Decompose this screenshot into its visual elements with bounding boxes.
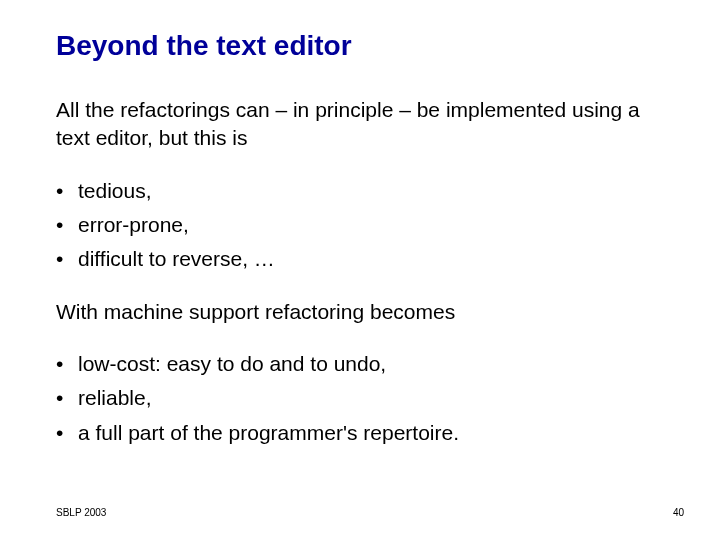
slide-number: 40 — [673, 507, 684, 518]
bullet-list-1: tedious, error-prone, difficult to rever… — [56, 177, 664, 274]
intro-paragraph: All the refactorings can – in principle … — [56, 96, 664, 153]
list-item: difficult to reverse, … — [56, 245, 664, 273]
slide: Beyond the text editor All the refactori… — [0, 0, 720, 540]
slide-title: Beyond the text editor — [56, 30, 664, 62]
list-item: error-prone, — [56, 211, 664, 239]
mid-paragraph: With machine support refactoring becomes — [56, 298, 664, 326]
list-item: low-cost: easy to do and to undo, — [56, 350, 664, 378]
list-item: tedious, — [56, 177, 664, 205]
footer-left: SBLP 2003 — [56, 507, 106, 518]
list-item: a full part of the programmer's repertoi… — [56, 419, 664, 447]
bullet-list-2: low-cost: easy to do and to undo, reliab… — [56, 350, 664, 447]
list-item: reliable, — [56, 384, 664, 412]
